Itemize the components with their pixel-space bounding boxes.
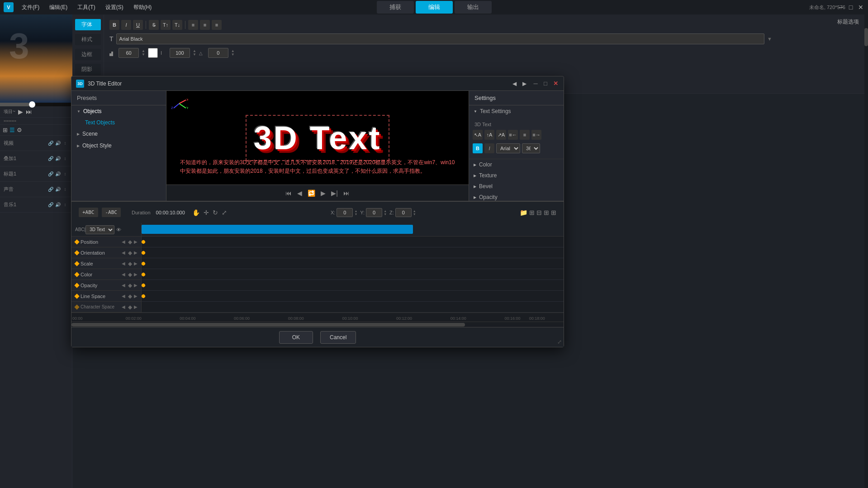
preview-playhead[interactable] (29, 101, 35, 108)
orientation-next-key[interactable]: ▶ (134, 250, 138, 255)
eye-button[interactable]: 👁 (116, 227, 121, 232)
title1-expand[interactable]: ↕ (62, 171, 68, 177)
dialog-maximize-button[interactable]: □ (542, 80, 549, 87)
grid-icon-4[interactable]: ⊞ (551, 209, 556, 216)
menu-file[interactable]: 文件(F) (17, 2, 44, 13)
cancel-button[interactable]: Cancel (320, 331, 356, 344)
preset-scene-section[interactable]: ▶ Scene (71, 128, 166, 140)
font-tab-button[interactable]: 字体 (75, 19, 101, 30)
opacity-prev-key[interactable]: ◀ (122, 283, 125, 288)
orientation-prev-key[interactable]: ◀ (122, 250, 125, 255)
texture-section[interactable]: ▶ Texture (469, 170, 564, 181)
kerning-input[interactable] (170, 48, 190, 58)
preview-frame-back-button[interactable]: ◀ (297, 190, 302, 197)
view-btn-3[interactable]: ⚙ (17, 127, 22, 133)
dialog-close-button[interactable]: ✕ (552, 80, 559, 87)
move-tool-icon[interactable]: ✛ (204, 209, 209, 216)
grab-tool-icon[interactable]: ✋ (192, 209, 200, 216)
menu-edit[interactable]: 编辑(E) (45, 2, 72, 13)
settings-italic-button[interactable]: I (484, 143, 494, 153)
position-next-key[interactable]: ▶ (134, 239, 138, 244)
folder-icon[interactable]: 📁 (520, 209, 527, 216)
align-left-btn[interactable]: ≡← (508, 130, 518, 140)
dialog-minimize-button[interactable]: ─ (532, 80, 539, 87)
main-scrollbar-thumb[interactable] (864, 28, 868, 46)
font-name-input[interactable] (116, 33, 765, 44)
timeline-clip-bar[interactable] (142, 225, 413, 234)
position-prev-key[interactable]: ◀ (122, 239, 125, 244)
preset-text-objects[interactable]: Text Objects (71, 117, 166, 128)
video-track-expand[interactable]: ↕ (62, 140, 68, 147)
video-track-lock[interactable]: 🔗 (47, 140, 54, 147)
align-center-button[interactable]: ≡ (200, 20, 210, 30)
title1-audio[interactable]: 🔊 (55, 171, 61, 177)
tab-capture[interactable]: 捕获 (377, 1, 414, 14)
align-top-center[interactable]: ↑A (484, 130, 494, 140)
align-left-button[interactable]: ≡ (188, 20, 198, 30)
preview-3d-text-display[interactable]: 3D Text (246, 115, 390, 161)
preview-go-start-button[interactable]: ⏮ (285, 190, 292, 197)
scrollbar-thumb[interactable] (71, 323, 465, 327)
font-dropdown-icon[interactable]: ▼ (767, 36, 772, 42)
audio-expand[interactable]: ↕ (62, 186, 68, 193)
align-right-button[interactable]: ≡ (212, 20, 222, 30)
linespace-prev-key[interactable]: ◀ (122, 294, 125, 298)
grid-icon-3[interactable]: ⊞ (544, 209, 549, 216)
y-input[interactable] (366, 208, 382, 217)
align-top-right[interactable]: ↗A (496, 130, 506, 140)
orientation-add-key[interactable]: ◆ (128, 250, 132, 256)
timeline-scrollbar[interactable] (71, 322, 564, 327)
charspace-prev-key[interactable]: ◀ (122, 304, 125, 309)
color-next-key[interactable]: ▶ (134, 272, 138, 277)
align-right-btn[interactable]: ≡→ (531, 130, 541, 140)
border-tab-button[interactable]: 边框 (75, 49, 101, 60)
overlay1-lock[interactable]: 🔗 (47, 156, 54, 162)
y-up[interactable]: ▲ (384, 209, 387, 213)
bevel-section[interactable]: ▶ Bevel (469, 181, 564, 192)
kerning-down[interactable]: ▼ (193, 53, 196, 57)
settings-font-size-select[interactable]: 36 (522, 143, 540, 153)
italic-button[interactable]: I (121, 20, 131, 30)
grid-icon-2[interactable]: ⊟ (536, 209, 542, 216)
color-add-key[interactable]: ◆ (128, 271, 132, 278)
align-top-left[interactable]: ↖A (473, 130, 483, 140)
add-abc-button[interactable]: +ABC (79, 208, 98, 217)
play-button[interactable]: ▶ (18, 108, 23, 115)
view-btn-2[interactable]: ☰ (9, 127, 15, 133)
angle-input[interactable] (208, 48, 228, 58)
view-btn-1[interactable]: ⊞ (3, 127, 8, 133)
opacity-next-key[interactable]: ▶ (134, 283, 138, 288)
music1-vol[interactable]: 🔊 (55, 202, 61, 208)
remove-abc-button[interactable]: -ABC (102, 208, 121, 217)
ok-button[interactable]: OK (279, 331, 313, 344)
strikethrough-button[interactable]: S̶ (149, 20, 159, 30)
maximize-button[interactable]: □ (847, 4, 854, 11)
style-tab-button[interactable]: 样式 (75, 34, 101, 45)
dialog-back-button[interactable]: ◀ (510, 80, 518, 88)
object-selector[interactable]: 3D Text (85, 225, 114, 234)
linespace-add-key[interactable]: ◆ (128, 293, 132, 299)
x-down[interactable]: ▼ (354, 213, 357, 216)
settings-font-select[interactable]: Arial (496, 143, 520, 153)
title1-lock[interactable]: 🔗 (47, 171, 54, 177)
scale-add-key[interactable]: ◆ (128, 261, 132, 267)
main-scrollbar[interactable] (864, 14, 868, 488)
settings-bold-button[interactable]: B (473, 143, 483, 153)
preview-go-end-button[interactable]: ⏭ (343, 190, 350, 197)
superscript-button[interactable]: T↑ (161, 20, 171, 30)
preview-play-button[interactable]: ▶ (321, 190, 326, 197)
preset-objects-section[interactable]: ▼ Objects (71, 105, 166, 117)
text-settings-header[interactable]: ▼ Text Settings (469, 105, 564, 117)
menu-tools[interactable]: 工具(T) (73, 2, 100, 13)
grid-icon-1[interactable]: ⊞ (529, 209, 535, 216)
font-size-input[interactable] (119, 48, 139, 58)
overlay1-expand[interactable]: ↕ (62, 156, 68, 162)
z-input[interactable] (395, 208, 412, 217)
shadow-tab-button[interactable]: 阴影 (75, 64, 101, 75)
z-down[interactable]: ▼ (413, 213, 416, 216)
next-button[interactable]: ⏭ (26, 108, 32, 115)
music1-expand[interactable]: ↕ (62, 202, 68, 208)
minimize-button[interactable]: ─ (837, 4, 844, 11)
rotate-tool-icon[interactable]: ↻ (213, 209, 218, 216)
scale-prev-key[interactable]: ◀ (122, 261, 125, 266)
